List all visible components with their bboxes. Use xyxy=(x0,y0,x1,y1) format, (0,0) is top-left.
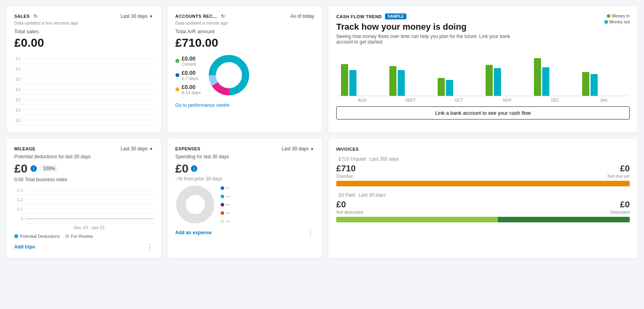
invoices-deposited-label: Deposited xyxy=(610,210,630,214)
exp-legend-item-4: -- xyxy=(221,210,230,216)
cf-description: Seeing how money flows over time can hel… xyxy=(336,34,526,45)
invoices-overdue-label: Overdue xyxy=(336,174,356,178)
cf-bar-jan-out xyxy=(591,74,598,96)
invoices-notdeposited-label: Not deposited xyxy=(336,210,363,214)
invoices-paid-label: £0 Paid Last 30 days xyxy=(336,192,630,198)
sales-amount: £0.00 xyxy=(14,36,153,49)
money-out-dot xyxy=(604,20,608,24)
cf-header: CASH FLOW TREND SAMPLE Track how your mo… xyxy=(336,13,630,45)
sales-period[interactable]: Last 30 days ▼ xyxy=(121,13,153,19)
sales-subtitle: Data updated a few seconds ago xyxy=(14,21,153,25)
17days-dot xyxy=(175,73,179,77)
current-dot xyxy=(175,59,179,63)
exp-legend-item-1: -- xyxy=(221,185,230,191)
invoices-notdue-label: Not due yet xyxy=(608,174,630,178)
exp-dot-3 xyxy=(221,203,224,207)
mileage-amount-row: £0 i 100% xyxy=(14,162,153,175)
sales-chart: £1 £0 £0 £0 £0 £0 £0 xyxy=(14,53,153,125)
accounts-rec-card: ACCOUNTS REC... ↻ As of today Data updat… xyxy=(168,6,322,133)
cf-bar-aug-in xyxy=(341,64,348,96)
cf-bar-jan xyxy=(582,72,625,96)
invoices-notdeposited-amount: £0 xyxy=(336,199,363,210)
cf-chart-area: AUG SEPT OCT NOV DEC JAN Link a bank acc… xyxy=(336,49,630,119)
cf-x-label-nov: NOV xyxy=(486,98,528,102)
ar-period: As of today xyxy=(290,13,314,19)
cf-bar-nov xyxy=(486,65,528,96)
link-bank-account-button[interactable]: Link a bank account to see your cash flo… xyxy=(336,106,630,119)
cf-title: CASH FLOW TREND xyxy=(336,14,382,19)
cf-bar-oct-out xyxy=(446,80,453,96)
add-expense-link[interactable]: Add an expense xyxy=(175,230,212,235)
invoices-paid-row: £0 Not deposited £0 Deposited xyxy=(336,199,630,214)
go-to-performance-link[interactable]: Go to performance centre xyxy=(175,102,314,108)
mileage-sub: 0.00 Total business miles xyxy=(14,177,153,182)
cf-bar-oct xyxy=(438,78,480,96)
cf-x-label-oct: OCT xyxy=(438,98,480,102)
sales-title: SALES xyxy=(14,14,30,19)
invoices-overdue-bar xyxy=(336,181,630,186)
mileage-amount: £0 xyxy=(14,162,27,175)
cf-bar-sept-out xyxy=(398,70,405,96)
mileage-legend-potential: Potential Deductions xyxy=(14,234,60,239)
sales-refresh-icon[interactable]: ↻ xyxy=(34,13,38,19)
cf-bar-dec-out xyxy=(542,67,549,96)
invoices-notdue-amount: £0 xyxy=(608,163,630,174)
expenses-legend: -- -- -- -- -- xyxy=(221,185,230,224)
exp-dot-2 xyxy=(221,195,224,198)
invoices-overdue-amount: £710 xyxy=(336,163,356,174)
legend-item-17days: £0.00 1-7 days xyxy=(175,70,201,81)
expenses-content: -- -- -- -- -- xyxy=(175,185,314,224)
expenses-amount: £0 xyxy=(175,162,189,175)
cf-bar-sept xyxy=(389,66,432,96)
expenses-title: EXPENSES xyxy=(175,146,200,151)
invoices-unpaid-row: £710 Overdue £0 Not due yet xyxy=(336,163,630,178)
sales-chevron-icon: ▼ xyxy=(149,14,153,19)
mileage-x-range: Dec 23 - Jan 22 xyxy=(25,225,153,230)
cf-x-label-aug: AUG xyxy=(341,98,384,102)
dashboard-grid: SALES ↻ Last 30 days ▼ Data updated a fe… xyxy=(6,6,638,258)
ar-amount: £710.00 xyxy=(175,36,314,49)
deposited-bar-fill xyxy=(498,217,630,222)
ar-total-label: Total A/R amount xyxy=(175,28,314,34)
chart-row: £1 xyxy=(14,53,153,64)
for-review-dot xyxy=(65,234,69,238)
cf-legend-money-out: Money out xyxy=(604,19,630,24)
cf-x-labels: AUG SEPT OCT NOV DEC JAN xyxy=(338,98,628,102)
cf-bar-sept-in xyxy=(389,66,396,96)
invoices-deposited-bar xyxy=(336,217,630,222)
cf-legend-money-in: Money in xyxy=(607,13,630,18)
expenses-more-icon[interactable]: ⋮ xyxy=(307,228,314,237)
ar-content: £0.00 Current £0.00 1-7 days £0.00 8-1 xyxy=(175,53,314,97)
mileage-header: MILEAGE Last 30 days ▼ xyxy=(14,146,153,152)
expenses-header: EXPENSES Last 30 days ▼ xyxy=(175,146,314,152)
expenses-period[interactable]: Last 30 days ▼ xyxy=(282,146,314,152)
exp-dot-4 xyxy=(221,211,224,215)
mileage-pct-badge: 100% xyxy=(40,165,58,172)
814days-dot xyxy=(175,87,179,91)
mileage-chart: 0.3 0.2 0.1 0 Dec 23 - Jan 22 xyxy=(14,186,153,230)
exp-dot-5 xyxy=(221,220,224,223)
ar-refresh-icon[interactable]: ↻ xyxy=(221,13,225,19)
expenses-info-icon[interactable]: i xyxy=(191,165,197,172)
invoices-unpaid-label: £710 Unpaid Last 365 days xyxy=(336,156,630,162)
ar-legend: £0.00 Current £0.00 1-7 days £0.00 8-1 xyxy=(175,55,201,95)
cf-bar-nov-in xyxy=(486,65,493,96)
mileage-potential-label: Potential deductions for last 30 days xyxy=(14,154,153,159)
ar-donut-chart xyxy=(207,53,251,97)
mileage-chevron-icon: ▼ xyxy=(149,147,153,151)
mileage-more-icon[interactable]: ⋮ xyxy=(146,243,153,251)
expenses-from-label: --% from prior 30 days xyxy=(175,176,314,182)
legend-item-current: £0.00 Current xyxy=(175,55,201,66)
chart-row: £0 xyxy=(14,64,153,74)
cf-bar-aug-out xyxy=(349,70,356,96)
mileage-info-icon[interactable]: i xyxy=(30,165,37,172)
svg-point-6 xyxy=(186,195,205,214)
exp-legend-item-2: -- xyxy=(221,193,230,199)
mileage-footer: Add trips ⋮ xyxy=(14,243,153,251)
exp-legend-item-5: -- xyxy=(221,218,230,224)
mileage-period[interactable]: Last 30 days ▼ xyxy=(121,146,153,152)
invoices-card: INVOICES £710 Unpaid Last 365 days £710 … xyxy=(328,139,638,258)
sales-card: SALES ↻ Last 30 days ▼ Data updated a fe… xyxy=(6,6,161,133)
add-trips-link[interactable]: Add trips xyxy=(14,244,35,250)
notdeposited-bar-fill xyxy=(336,217,498,222)
